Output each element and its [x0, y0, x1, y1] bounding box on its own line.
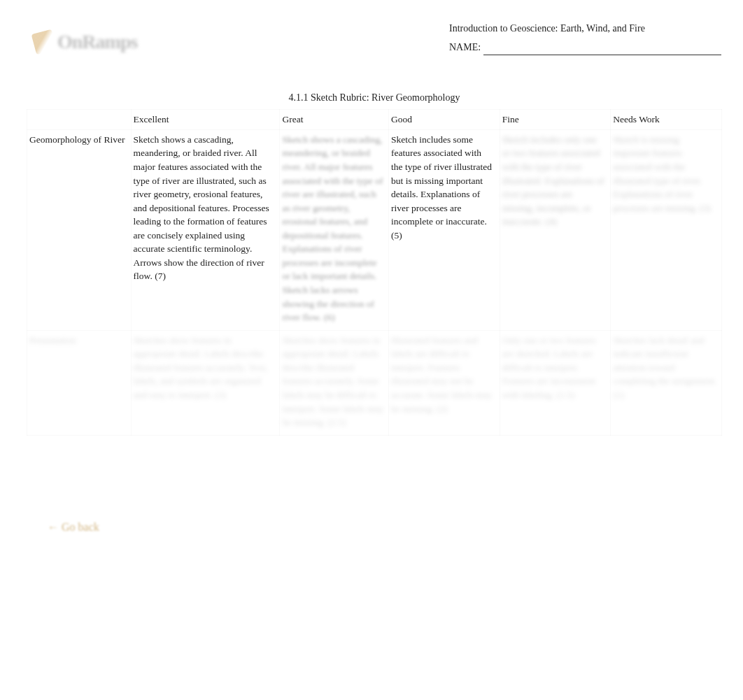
cell-fine: Sketch includes only one or two features… — [500, 129, 611, 330]
cell-fine: Only one or two features are sketched. L… — [500, 330, 611, 435]
rubric-header-blank — [27, 110, 132, 130]
cell-needs: Sketches lack detail and indicate insuff… — [611, 330, 722, 435]
rubric-header-fine: Fine — [500, 110, 611, 130]
name-label: NAME: — [449, 42, 481, 52]
document-header: Introduction to Geoscience: Earth, Wind,… — [449, 20, 729, 57]
rubric-table-container: 4.1.1 Sketch Rubric: River Geomorphology… — [27, 85, 722, 436]
cell-needs: Sketch is missing important features ass… — [611, 129, 722, 330]
rubric-header-row: Excellent Great Good Fine Needs Work — [27, 110, 722, 130]
cell-great: Sketches show features in appropriate de… — [280, 330, 389, 435]
cell-great: Sketch shows a cascading, meandering, or… — [280, 129, 389, 330]
name-blank — [483, 55, 721, 55]
cell-excellent: Sketch shows a cascading, meandering, or… — [131, 129, 280, 330]
rubric-header-needs: Needs Work — [611, 110, 722, 130]
rubric-row-presentation: Presentation Sketches show features in a… — [27, 330, 722, 435]
row-label: Presentation — [27, 330, 132, 435]
cell-good: Illustrated features and labels are diff… — [389, 330, 500, 435]
cell-good: Sketch includes some features associated… — [389, 129, 500, 330]
rubric-header-good: Good — [389, 110, 500, 130]
course-title: Introduction to Geoscience: Earth, Wind,… — [449, 20, 729, 38]
logo: OnRamps — [34, 21, 181, 63]
rubric-table: 4.1.1 Sketch Rubric: River Geomorphology… — [27, 85, 722, 436]
cell-excellent: Sketches show features in appropriate de… — [131, 330, 280, 435]
rubric-caption: 4.1.1 Sketch Rubric: River Geomorphology — [27, 85, 722, 109]
logo-text: OnRamps — [57, 31, 137, 53]
back-link[interactable]: ← Go back — [48, 521, 99, 534]
logo-icon — [31, 29, 57, 55]
row-label: Geomorphology of River — [27, 129, 132, 330]
rubric-row-geomorphology: Geomorphology of River Sketch shows a ca… — [27, 129, 722, 330]
rubric-header-great: Great — [280, 110, 389, 130]
rubric-header-excellent: Excellent — [131, 110, 280, 130]
